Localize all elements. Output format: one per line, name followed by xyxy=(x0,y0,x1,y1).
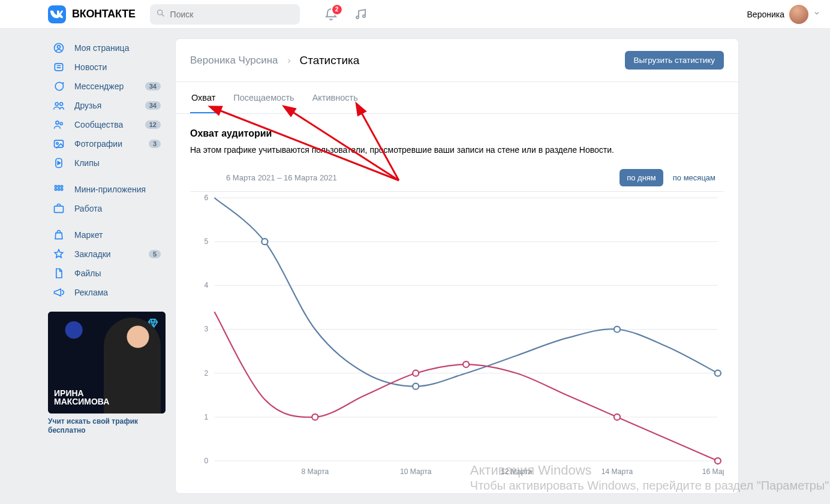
notifications-count: 2 xyxy=(332,5,342,14)
sidebar-ad-caption[interactable]: Учит искать свой трафик бесплатно xyxy=(48,417,166,435)
sidebar-item-my-page[interactable]: Моя страница xyxy=(48,38,166,58)
megaphone-icon xyxy=(53,286,66,298)
stats-panel: Вероника Чурсина Статистика Выгрузить ст… xyxy=(175,38,739,494)
music-button[interactable] xyxy=(354,7,368,22)
sidebar-item-friends[interactable]: Друзья34 xyxy=(48,96,166,115)
sidebar: Моя страницаНовостиМессенджер34Друзья34С… xyxy=(48,38,166,494)
sidebar-item-count: 5 xyxy=(149,250,161,258)
ad-person-name: ИРИНА МАКСИМОВА xyxy=(54,389,109,406)
sidebar-item-msg[interactable]: Мессенджер34 xyxy=(48,77,166,96)
sidebar-item-label: Работа xyxy=(74,204,161,213)
section-description: На этом графике учитываются пользователи… xyxy=(190,145,724,155)
svg-point-50 xyxy=(715,458,721,464)
svg-point-43 xyxy=(413,384,419,390)
export-stats-button[interactable]: Выгрузить статистику xyxy=(625,51,724,70)
svg-point-46 xyxy=(312,414,318,420)
user-menu[interactable]: Вероника xyxy=(747,5,820,24)
newspaper-icon xyxy=(53,61,66,73)
svg-point-11 xyxy=(56,143,58,144)
svg-point-47 xyxy=(413,370,419,376)
friends-icon xyxy=(53,99,66,111)
svg-point-15 xyxy=(61,185,62,187)
svg-rect-19 xyxy=(55,206,64,213)
brand-logo[interactable]: ВКОНТАКТЕ xyxy=(48,5,136,23)
sidebar-item-label: Клипы xyxy=(74,158,161,168)
granularity-day-button[interactable]: по дням xyxy=(620,169,663,186)
sidebar-item-count: 34 xyxy=(145,82,161,90)
svg-point-42 xyxy=(261,239,267,245)
sidebar-item-jobs[interactable]: Работа xyxy=(48,199,166,218)
sidebar-item-bookmarks[interactable]: Закладки5 xyxy=(48,245,166,264)
top-header: ВКОНТАКТЕ 2 Вероника xyxy=(0,0,830,29)
svg-point-45 xyxy=(715,370,721,376)
tab-reach[interactable]: Охват xyxy=(190,82,216,113)
page-title: Статистика xyxy=(300,54,360,67)
svg-text:5: 5 xyxy=(205,237,209,246)
sidebar-ad[interactable]: ИРИНА МАКСИМОВА xyxy=(48,312,166,414)
svg-point-2 xyxy=(363,15,365,17)
search-input[interactable] xyxy=(170,10,294,19)
star-icon xyxy=(53,248,66,260)
sidebar-item-news[interactable]: Новости xyxy=(48,58,166,77)
chevron-right-icon xyxy=(285,56,293,65)
tabs-row: ОхватПосещаемостьАктивность xyxy=(176,82,738,114)
panel-header: Вероника Чурсина Статистика Выгрузить ст… xyxy=(176,39,738,82)
search-icon xyxy=(156,8,166,20)
svg-point-49 xyxy=(614,414,620,420)
sidebar-item-label: Моя страница xyxy=(74,43,161,53)
user-circle-icon xyxy=(53,42,66,54)
svg-point-1 xyxy=(356,16,359,19)
svg-text:6: 6 xyxy=(205,194,209,202)
svg-text:10 Марта: 10 Марта xyxy=(400,467,432,476)
chart-period: 6 Марта 2021 – 16 Марта 2021 xyxy=(226,173,337,182)
sidebar-item-market[interactable]: Маркет xyxy=(48,225,166,245)
svg-point-44 xyxy=(614,327,620,333)
svg-point-6 xyxy=(55,102,58,105)
bag-icon xyxy=(53,229,66,241)
svg-point-4 xyxy=(58,46,61,49)
granularity-month-link[interactable]: по месяцам xyxy=(667,169,721,186)
user-avatar xyxy=(789,5,808,24)
svg-point-14 xyxy=(58,185,59,187)
svg-point-13 xyxy=(55,185,56,187)
tab-visits[interactable]: Посещаемость xyxy=(232,82,295,113)
sidebar-item-miniapps[interactable]: Мини-приложения xyxy=(48,180,166,199)
svg-text:3: 3 xyxy=(205,325,209,334)
sidebar-item-count: 12 xyxy=(145,120,161,129)
sidebar-item-clips[interactable]: Клипы xyxy=(48,153,166,173)
sidebar-item-label: Сообщества xyxy=(74,120,137,129)
svg-point-18 xyxy=(61,188,62,190)
svg-text:12 Марта: 12 Марта xyxy=(501,467,533,476)
briefcase-icon xyxy=(53,203,66,215)
sidebar-item-label: Файлы xyxy=(74,268,161,278)
sidebar-item-label: Закладки xyxy=(74,249,140,259)
sidebar-item-photos[interactable]: Фотографии3 xyxy=(48,134,166,153)
svg-point-8 xyxy=(56,121,59,124)
sidebar-item-ads[interactable]: Реклама xyxy=(48,283,166,302)
svg-text:16 Марта: 16 Марта xyxy=(702,467,724,476)
user-name: Вероника xyxy=(747,10,784,19)
search-box[interactable] xyxy=(150,4,300,25)
grid-icon xyxy=(53,183,66,195)
sidebar-item-files[interactable]: Файлы xyxy=(48,264,166,283)
reach-chart: 01234568 Марта10 Марта12 Марта14 Марта16… xyxy=(190,191,724,479)
sidebar-item-groups[interactable]: Сообщества12 xyxy=(48,115,166,134)
sidebar-item-label: Фотографии xyxy=(74,139,140,149)
file-icon xyxy=(53,267,66,279)
svg-text:14 Марта: 14 Марта xyxy=(602,467,633,476)
tab-activity[interactable]: Активность xyxy=(311,82,359,113)
svg-text:0: 0 xyxy=(205,457,209,465)
svg-point-9 xyxy=(60,122,62,125)
svg-text:4: 4 xyxy=(205,281,209,289)
chat-icon xyxy=(53,80,66,92)
breadcrumb-user[interactable]: Вероника Чурсина xyxy=(190,55,278,67)
notifications-button[interactable]: 2 xyxy=(324,7,338,22)
vk-logo-icon xyxy=(48,5,66,23)
section-title: Охват аудитории xyxy=(190,128,724,139)
sidebar-item-label: Реклама xyxy=(74,288,161,297)
sidebar-item-label: Мини-приложения xyxy=(74,185,161,194)
sidebar-item-label: Друзья xyxy=(74,101,137,110)
sidebar-item-count: 34 xyxy=(145,101,161,110)
svg-point-48 xyxy=(463,361,469,367)
sidebar-item-label: Мессенджер xyxy=(74,82,137,91)
